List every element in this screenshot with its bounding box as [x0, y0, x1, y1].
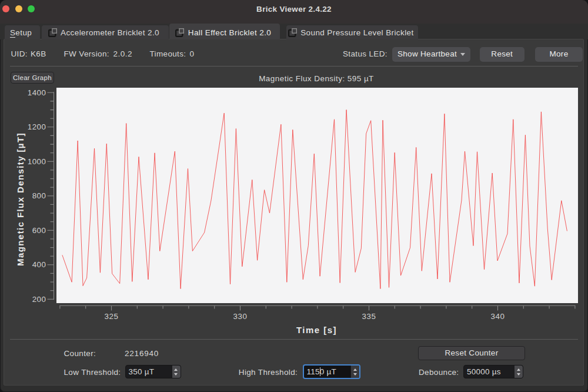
svg-text:400: 400: [32, 260, 46, 269]
svg-text:335: 335: [362, 312, 376, 321]
svg-text:600: 600: [32, 226, 46, 235]
svg-text:1000: 1000: [28, 157, 46, 166]
svg-text:1400: 1400: [28, 88, 46, 97]
svg-text:330: 330: [233, 312, 248, 321]
svg-text:340: 340: [491, 312, 505, 321]
svg-text:800: 800: [32, 191, 46, 200]
svg-text:1200: 1200: [28, 122, 46, 131]
svg-text:325: 325: [105, 312, 119, 321]
svg-text:200: 200: [32, 295, 46, 304]
